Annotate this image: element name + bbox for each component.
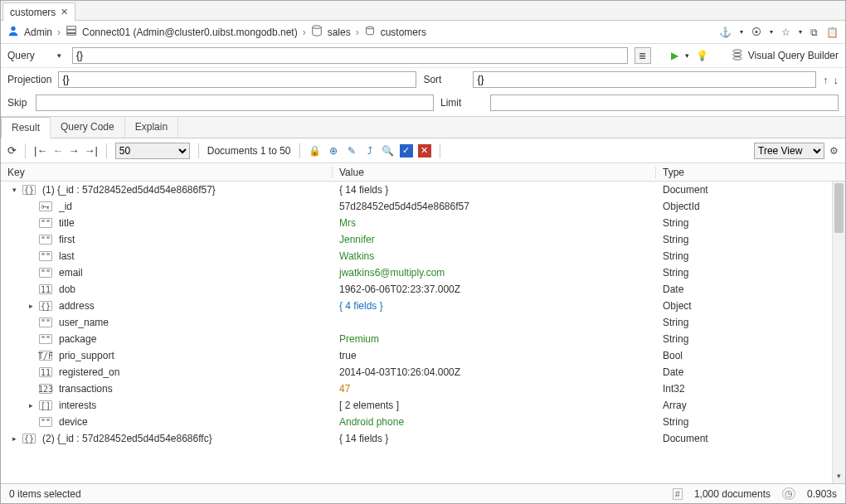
result-tabs: Result Query Code Explain [1, 117, 845, 138]
row-value[interactable]: Mrs [333, 217, 656, 229]
row-key: package [59, 333, 96, 345]
row-type: String [656, 416, 845, 428]
chevron-right-icon[interactable]: ▸ [26, 401, 36, 410]
anchor-icon[interactable]: ⚓ [719, 27, 732, 38]
chevron-right-icon[interactable]: ▸ [9, 434, 19, 443]
col-value[interactable]: Value [333, 167, 656, 178]
next-page-button[interactable]: → [68, 144, 79, 157]
row-value[interactable]: Jennifer [333, 234, 656, 245]
first-page-button[interactable]: |← [34, 144, 47, 157]
tree-row[interactable]: ·""lastWatkinsString [1, 248, 845, 264]
page-size-select[interactable]: 50 [115, 143, 190, 159]
chevron-down-icon[interactable]: ▾ [9, 186, 19, 194]
tree-row[interactable]: ·🗝_id57d28452ed5d4d54e8686f57ObjectId [1, 198, 845, 215]
run-dropdown[interactable]: ▾ [685, 51, 689, 60]
row-value[interactable]: Watkins [333, 250, 656, 262]
caret-placeholder: · [26, 202, 36, 211]
close-icon[interactable]: ✕ [61, 7, 68, 17]
row-value[interactable]: Premium [333, 333, 656, 345]
scroll-down-icon[interactable]: ▾ [833, 472, 845, 483]
tree-row[interactable]: ·""firstJenniferString [1, 231, 845, 248]
tree-row[interactable]: ·""deviceAndroid phoneString [1, 414, 845, 430]
refresh-button[interactable]: ⟳ [7, 144, 17, 157]
tree-row[interactable]: ·""user_nameString [1, 314, 845, 331]
projection-input[interactable] [58, 71, 416, 88]
breadcrumb-user[interactable]: Admin [24, 27, 52, 38]
scroll-thumb[interactable] [834, 183, 844, 233]
row-value[interactable]: 57d28452ed5d4d54e8686f57 [333, 201, 656, 212]
tree-row[interactable]: ·""packagePremiumString [1, 331, 845, 347]
query-input[interactable] [72, 47, 628, 64]
star-icon[interactable]: ☆ [781, 27, 790, 38]
tree-row[interactable]: ·123transactions47Int32 [1, 380, 845, 397]
col-type[interactable]: Type [656, 167, 845, 178]
export-button[interactable]: ⤴ [363, 145, 377, 157]
add-document-button[interactable]: ⊕ [327, 145, 340, 157]
row-value[interactable]: { 14 fields } [333, 184, 656, 196]
tree-row[interactable]: ▾{}(1) {_id : 57d28452ed5d4d54e8686f57}{… [1, 182, 845, 198]
delete-button[interactable]: ✕ [418, 144, 431, 158]
skip-input[interactable] [36, 94, 434, 111]
tree-row[interactable]: ▸{}(2) {_id : 57d28452ed5d4d54e8686ffc}{… [1, 430, 845, 447]
tab-customers[interactable]: customers ✕ [2, 2, 75, 21]
field-type-icon: "" [39, 251, 52, 261]
view-mode-select[interactable]: Tree View [754, 143, 824, 159]
last-page-button[interactable]: →| [84, 144, 97, 157]
prev-page-button[interactable]: ← [52, 144, 63, 157]
row-type: String [656, 267, 845, 279]
sort-asc-button[interactable]: ↑ [823, 74, 829, 86]
hint-icon[interactable]: 💡 [696, 50, 708, 61]
view-json-button[interactable]: 🔍 [382, 145, 395, 157]
breadcrumb-connection[interactable]: Connect01 (Admin@cluster0.uibst.mongodb.… [82, 27, 298, 38]
tree-row[interactable]: ·11dob1962-06-06T02:23:37.000ZDate [1, 281, 845, 298]
database-stack-icon [732, 49, 743, 63]
breadcrumb-db[interactable]: sales [328, 27, 351, 38]
run-query-button[interactable]: ▶ [671, 50, 678, 61]
row-value[interactable]: { 4 fields } [333, 300, 656, 312]
status-selection: 0 items selected [9, 488, 81, 500]
row-value[interactable]: 2014-04-03T10:26:04.000Z [333, 366, 656, 378]
row-value[interactable]: [ 2 elements ] [333, 400, 656, 411]
target-icon[interactable]: ⦿ [751, 27, 761, 38]
edit-document-button[interactable]: ✎ [345, 145, 358, 157]
limit-input[interactable] [490, 94, 839, 111]
clock-icon: ◷ [782, 487, 795, 500]
tree-row[interactable]: ·""emailjwatkins6@multiply.comString [1, 264, 845, 281]
lock-icon[interactable]: 🔒 [309, 145, 322, 157]
scrollbar[interactable]: ▴ ▾ [832, 182, 845, 483]
sort-input[interactable] [473, 71, 816, 88]
col-key[interactable]: Key [1, 167, 333, 178]
row-value[interactable]: { 14 fields } [333, 433, 656, 444]
copy-icon[interactable]: ⧉ [810, 27, 818, 38]
tree-row[interactable]: ·""titleMrsString [1, 215, 845, 231]
tree-row[interactable]: ▸{}address{ 4 fields }Object [1, 298, 845, 314]
tab-query-code[interactable]: Query Code [51, 117, 125, 138]
gear-icon[interactable]: ⚙ [829, 145, 839, 157]
sort-desc-button[interactable]: ↓ [834, 74, 839, 86]
tab-explain[interactable]: Explain [125, 117, 178, 138]
row-value[interactable]: jwatkins6@multiply.com [333, 267, 656, 279]
validate-button[interactable]: ✓ [400, 144, 413, 158]
field-type-icon: "" [39, 317, 52, 327]
tree-row[interactable]: ·T/Fprio_supporttrueBool [1, 347, 845, 364]
field-type-icon: 11 [39, 367, 52, 377]
row-value[interactable]: Android phone [333, 416, 656, 428]
breadcrumb-collection[interactable]: customers [381, 27, 426, 38]
field-type-icon: "" [39, 334, 52, 344]
tree-row[interactable]: ▸[]interests[ 2 elements ]Array [1, 397, 845, 414]
tree-row[interactable]: ·11registered_on2014-04-03T10:26:04.000Z… [1, 364, 845, 380]
tab-result[interactable]: Result [1, 117, 51, 138]
row-value[interactable]: 1962-06-06T02:23:37.000Z [333, 284, 656, 295]
row-key: prio_support [59, 350, 114, 361]
paste-icon[interactable]: 📋 [826, 27, 839, 38]
row-value[interactable]: true [333, 350, 656, 361]
query-history-dropdown[interactable]: ▾ [57, 51, 66, 60]
caret-placeholder: · [26, 351, 36, 360]
row-type: String [656, 333, 845, 345]
visual-query-builder-button[interactable]: Visual Query Builder [732, 49, 839, 63]
row-value[interactable]: 47 [333, 383, 656, 395]
query-options-button[interactable]: ≣ [634, 47, 651, 64]
caret-placeholder: · [26, 368, 36, 376]
field-type-icon: {} [22, 185, 36, 195]
chevron-right-icon[interactable]: ▸ [26, 302, 36, 310]
